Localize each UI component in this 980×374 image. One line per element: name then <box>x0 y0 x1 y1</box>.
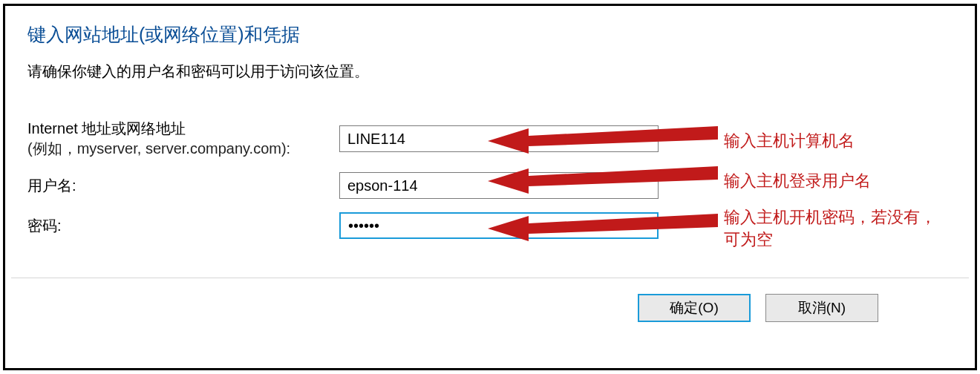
address-input[interactable] <box>339 125 659 152</box>
cancel-button[interactable]: 取消(N) <box>765 294 878 322</box>
address-label-line2: (例如，myserver, server.company.com): <box>27 139 339 159</box>
dialog-subtitle: 请确保你键入的用户名和密码可以用于访问该位置。 <box>27 62 953 82</box>
username-label: 用户名: <box>27 176 339 196</box>
button-bar-separator <box>11 278 969 278</box>
password-input[interactable] <box>339 212 659 239</box>
ok-button[interactable]: 确定(O) <box>638 294 751 322</box>
password-label: 密码: <box>27 216 339 236</box>
username-input[interactable] <box>339 172 659 199</box>
dialog-heading: 键入网站地址(或网络位置)和凭据 <box>27 22 953 47</box>
address-label-line1: Internet 地址或网络地址 <box>27 119 339 139</box>
address-label: Internet 地址或网络地址 (例如，myserver, server.co… <box>27 119 339 159</box>
